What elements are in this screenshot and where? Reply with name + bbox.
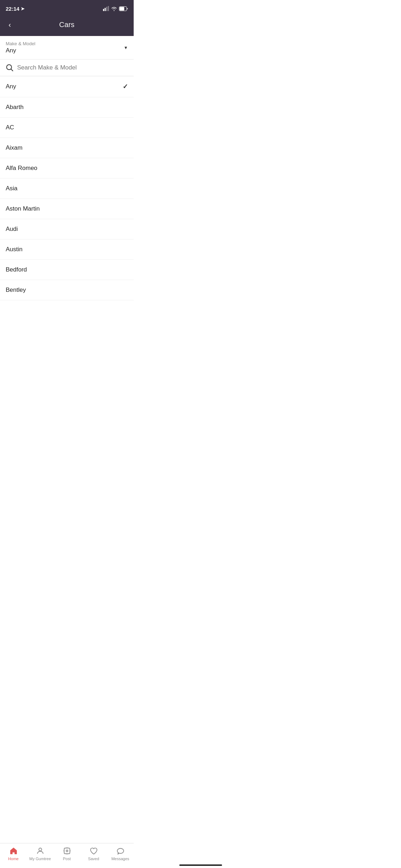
list-item-label: Austin <box>6 246 22 253</box>
search-icon <box>6 64 14 72</box>
list-item-label: Audi <box>6 226 18 233</box>
search-input[interactable] <box>17 64 128 71</box>
time-label: 22:14 <box>6 6 19 12</box>
list-item[interactable]: Asia <box>0 179 134 199</box>
status-time: 22:14 ➤ <box>6 6 25 12</box>
make-model-label: Make & Model <box>6 41 35 46</box>
list-item[interactable]: Aston Martin <box>0 199 134 219</box>
list-item[interactable]: Any ✓ <box>0 76 134 97</box>
header: ‹ Cars <box>0 16 134 36</box>
location-arrow-icon: ➤ <box>21 6 25 11</box>
list-item-label: Alfa Romeo <box>6 165 37 172</box>
list-item[interactable]: Abarth <box>0 97 134 118</box>
page-title: Cars <box>59 21 74 29</box>
list-item[interactable]: Bedford <box>0 260 134 280</box>
svg-rect-0 <box>103 9 104 11</box>
signal-icon <box>103 6 109 11</box>
list-item-label: Any <box>6 83 16 90</box>
list-item-label: Aixam <box>6 144 22 151</box>
svg-line-7 <box>11 69 13 71</box>
svg-rect-1 <box>105 8 106 11</box>
list-item-label: Asia <box>6 185 17 192</box>
svg-rect-3 <box>108 6 109 11</box>
list-item[interactable]: Austin <box>0 239 134 260</box>
make-model-selector[interactable]: Make & Model Any ▼ <box>0 36 134 60</box>
list-item[interactable]: AC <box>0 118 134 138</box>
list-item-label: Aston Martin <box>6 205 40 212</box>
svg-rect-5 <box>120 7 124 10</box>
chevron-down-icon: ▼ <box>124 45 128 50</box>
svg-rect-2 <box>106 7 107 11</box>
list-item-label: Bedford <box>6 266 27 273</box>
list-item[interactable]: Audi <box>0 219 134 239</box>
status-icons <box>103 6 128 11</box>
make-model-value: Any <box>6 47 16 54</box>
list-item-label: Bentley <box>6 286 26 294</box>
status-bar: 22:14 ➤ <box>0 0 134 16</box>
list-item[interactable]: Aixam <box>0 138 134 158</box>
wifi-icon <box>111 6 117 11</box>
list-item-label: AC <box>6 124 14 131</box>
make-model-list: Any ✓ Abarth AC Aixam Alfa Romeo Asia As… <box>0 76 134 300</box>
battery-icon <box>119 6 128 11</box>
search-bar <box>0 60 134 76</box>
list-item[interactable]: Bentley <box>0 280 134 300</box>
list-item-label: Abarth <box>6 104 24 111</box>
back-button[interactable]: ‹ <box>6 19 14 30</box>
check-icon: ✓ <box>123 83 128 91</box>
list-item[interactable]: Alfa Romeo <box>0 158 134 179</box>
